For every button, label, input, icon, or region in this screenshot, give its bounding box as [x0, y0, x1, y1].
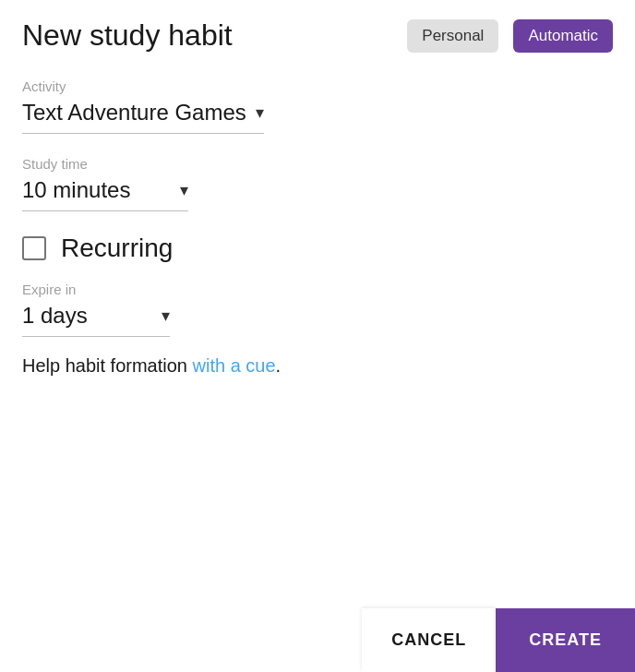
help-text-before: Help habit formation — [22, 355, 193, 376]
activity-dropdown[interactable]: Text Adventure Games ▾ — [22, 100, 264, 134]
study-time-arrow-icon: ▾ — [180, 180, 188, 200]
expire-section: Expire in 1 days ▾ — [22, 282, 613, 337]
activity-arrow-icon: ▾ — [256, 102, 264, 123]
expire-in-dropdown[interactable]: 1 days ▾ — [22, 303, 170, 337]
header-row: New study habit Personal Automatic — [22, 18, 613, 53]
study-time-section: Study time 10 minutes ▾ — [22, 156, 613, 211]
create-button[interactable]: CREATE — [496, 608, 635, 672]
study-time-value: 10 minutes — [22, 177, 171, 203]
cancel-button[interactable]: CANCEL — [362, 608, 496, 672]
help-text-after: . — [276, 355, 282, 376]
expire-in-arrow-icon: ▾ — [162, 306, 170, 326]
page-title: New study habit — [22, 18, 392, 53]
recurring-row: Recurring — [22, 234, 613, 263]
help-text: Help habit formation with a cue. — [22, 355, 613, 377]
help-cue-link[interactable]: with a cue — [193, 355, 276, 376]
recurring-checkbox[interactable] — [22, 236, 46, 260]
expire-in-label: Expire in — [22, 282, 613, 297]
study-time-dropdown[interactable]: 10 minutes ▾ — [22, 177, 188, 211]
activity-section: Activity Text Adventure Games ▾ — [22, 78, 613, 134]
personal-button[interactable]: Personal — [407, 19, 498, 53]
recurring-label: Recurring — [61, 234, 173, 263]
activity-value: Text Adventure Games — [22, 100, 246, 126]
footer-buttons: CANCEL CREATE — [362, 608, 635, 672]
study-time-label: Study time — [22, 156, 613, 172]
expire-in-value: 1 days — [22, 303, 152, 329]
activity-label: Activity — [22, 78, 613, 94]
automatic-button[interactable]: Automatic — [513, 19, 613, 53]
page-container: New study habit Personal Automatic Activ… — [0, 0, 635, 672]
